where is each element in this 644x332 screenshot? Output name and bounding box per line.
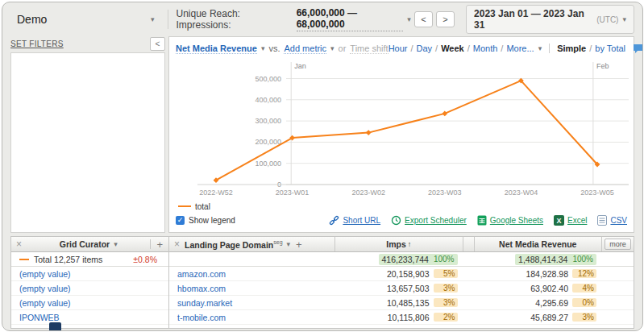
revenue-cell: 184,928.98 12% bbox=[474, 269, 602, 279]
header-gap bbox=[463, 237, 474, 251]
domain-link[interactable]: amazon.com bbox=[177, 269, 226, 279]
chevron-down-icon: ▾ bbox=[538, 45, 542, 52]
link-icon bbox=[329, 215, 339, 226]
revenue-column-header[interactable]: Net Media Revenue bbox=[474, 237, 602, 251]
excel-link[interactable]: X Excel bbox=[554, 215, 587, 226]
right-grid-header: × Landing Page Domainseg ▾ + Imps ↑ Net … bbox=[169, 237, 634, 252]
csv-link[interactable]: CSV bbox=[597, 215, 627, 226]
mode-by-total[interactable]: by Total bbox=[595, 44, 625, 53]
export-scheduler-link[interactable]: Export Scheduler bbox=[391, 215, 467, 226]
revenue-header-label: Net Media Revenue bbox=[499, 239, 576, 249]
more-columns-button[interactable]: more bbox=[605, 239, 631, 250]
revenue-percent: 3% bbox=[572, 313, 596, 322]
granularity-more[interactable]: More... bbox=[506, 44, 534, 53]
curator-link[interactable]: (empty value) bbox=[19, 269, 71, 279]
total-revenue-highlight: 1,488,414.34 100% bbox=[515, 254, 596, 265]
grid-curator-title-wrap: Grid Curator ▾ bbox=[27, 239, 150, 249]
mode-simple-selected[interactable]: Simple bbox=[557, 44, 586, 53]
chart-toolbar: Net Media Revenue ▾ vs. Add metric ▾ or … bbox=[176, 41, 627, 56]
imps-cell: 10,115,806 2% bbox=[334, 313, 463, 322]
separator: / bbox=[589, 44, 592, 53]
metric-selector[interactable]: Net Media Revenue bbox=[176, 44, 257, 54]
chevron-down-icon: ▾ bbox=[114, 241, 118, 248]
domain-link[interactable]: t-mobile.com bbox=[177, 313, 226, 322]
app-window: Demo ▾ Unique Reach: Impressions: 66,000… bbox=[2, 2, 643, 331]
imps-cell: 13,657,503 3% bbox=[334, 284, 463, 293]
next-period-button[interactable]: > bbox=[436, 11, 455, 27]
svg-text:2023-W02: 2023-W02 bbox=[351, 189, 385, 197]
revenue-value: 4,295.69 bbox=[535, 298, 568, 308]
svg-text:200,000: 200,000 bbox=[255, 138, 281, 146]
granularity-month[interactable]: Month bbox=[473, 44, 498, 53]
date-range-picker[interactable]: 2023 Jan 01 — 2023 Jan 31 (UTC) ▾ bbox=[466, 5, 634, 34]
table-row: t-mobile.com 10,115,806 2% 45,689.27 3% bbox=[169, 310, 634, 325]
curator-link[interactable]: (empty value) bbox=[19, 284, 71, 293]
revenue-percent: 12% bbox=[572, 269, 596, 278]
svg-text:300,000: 300,000 bbox=[255, 117, 281, 125]
granularity-day[interactable]: Day bbox=[417, 44, 433, 53]
google-sheets-link[interactable]: Google Sheets bbox=[477, 215, 543, 226]
set-filters-link[interactable]: SET FILTERS bbox=[10, 39, 64, 48]
collapse-sidebar-button[interactable]: < bbox=[150, 37, 165, 51]
revenue-value: 63,902.40 bbox=[530, 284, 568, 293]
svg-text:X: X bbox=[556, 217, 561, 225]
vs-label: vs. bbox=[268, 44, 280, 53]
table-row: (empty value) bbox=[11, 267, 168, 281]
add-dimension-button[interactable]: + bbox=[156, 239, 163, 250]
report-name: Demo bbox=[17, 13, 47, 26]
landing-page-domain-title[interactable]: Landing Page Domainseg bbox=[185, 239, 283, 250]
google-sheets-label: Google Sheets bbox=[490, 216, 543, 225]
grid-curator-title[interactable]: Grid Curator bbox=[60, 239, 110, 249]
granularity-hour[interactable]: Hour bbox=[388, 44, 408, 53]
sheets-icon bbox=[477, 215, 487, 226]
revenue-value: 45,689.27 bbox=[530, 313, 568, 322]
time-shift-button[interactable]: Time shift bbox=[350, 44, 388, 54]
chevron-down-icon: ▾ bbox=[407, 16, 411, 23]
imps-header-label: Imps bbox=[386, 239, 406, 249]
svg-text:2023-W01: 2023-W01 bbox=[276, 189, 310, 197]
add-dimension-button[interactable]: + bbox=[296, 239, 302, 250]
granularity-week-selected[interactable]: Week bbox=[441, 44, 464, 53]
legend-series-label: total bbox=[195, 202, 210, 211]
domain-link[interactable]: hbomax.com bbox=[177, 284, 226, 293]
granularity-controls: Hour / Day / Week / Month / More... ▾ Si… bbox=[388, 44, 643, 54]
grid-curator-panel: × Grid Curator ▾ + Total 12,257 items ±0… bbox=[10, 236, 168, 329]
table-row: hbomax.com 13,657,503 3% 63,902.40 4% bbox=[169, 281, 634, 296]
imps-value: 13,657,503 bbox=[387, 284, 430, 293]
remove-grid-icon[interactable]: × bbox=[174, 239, 180, 249]
add-metric-button[interactable]: Add metric bbox=[284, 44, 326, 54]
curator-link[interactable]: (empty value) bbox=[19, 298, 71, 308]
comment-button[interactable] bbox=[633, 44, 643, 54]
remove-grid-icon[interactable]: × bbox=[16, 239, 22, 249]
svg-text:Feb: Feb bbox=[596, 62, 609, 70]
imps-value: 10,115,806 bbox=[388, 313, 430, 322]
total-revenue-cell: 1,488,414.34 100% bbox=[474, 254, 602, 265]
revenue-cell: 45,689.27 3% bbox=[474, 313, 602, 322]
prev-period-button[interactable]: < bbox=[414, 11, 433, 27]
filters-panel bbox=[10, 52, 165, 233]
show-legend-checkbox[interactable]: ✓ bbox=[176, 216, 185, 225]
domain-link[interactable]: sunday.market bbox=[177, 298, 232, 308]
short-url-link[interactable]: Short URL bbox=[329, 215, 380, 226]
imps-column-header[interactable]: Imps ↑ bbox=[334, 237, 463, 251]
show-legend-label: Show legend bbox=[189, 216, 235, 225]
or-label: or bbox=[339, 44, 347, 53]
curator-link[interactable]: IPONWEB bbox=[19, 313, 60, 322]
report-selector[interactable]: Demo ▾ bbox=[10, 13, 160, 26]
toolbar-divider bbox=[549, 44, 550, 53]
total-imps-highlight: 416,233,744 100% bbox=[379, 254, 458, 265]
chat-widget-sliver bbox=[49, 322, 61, 330]
total-delta-badge: ±0.8% bbox=[133, 255, 157, 264]
revenue-percent: 4% bbox=[572, 284, 596, 293]
imps-percent: 3% bbox=[434, 284, 458, 293]
total-revenue-value: 1,488,414.34 bbox=[518, 255, 567, 264]
revenue-cell: 4,295.69 0% bbox=[474, 298, 602, 308]
domain-title-text: Landing Page Domain bbox=[185, 239, 273, 249]
revenue-percent: 0% bbox=[572, 298, 596, 307]
svg-text:Jan: Jan bbox=[294, 62, 306, 70]
reach-filter-dropdown[interactable]: Unique Reach: Impressions: 66,000,000 — … bbox=[177, 7, 411, 31]
imps-percent: 3% bbox=[434, 298, 458, 307]
table-row: (empty value) bbox=[11, 296, 168, 310]
table-row: sunday.market 10,485,135 3% 4,295.69 0% bbox=[169, 296, 634, 310]
legend-swatch bbox=[178, 205, 191, 207]
